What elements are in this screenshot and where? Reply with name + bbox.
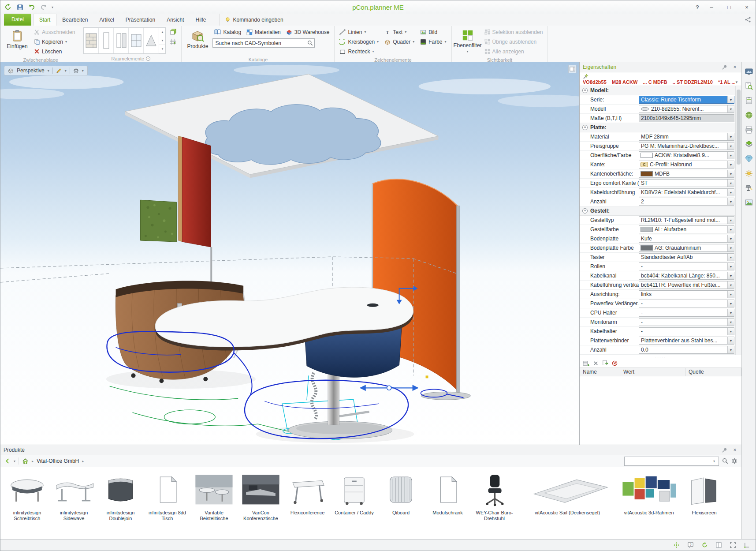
property-value-dropdown[interactable]: -▼ xyxy=(639,300,734,307)
products-search-input[interactable] xyxy=(625,458,710,464)
viewport-3d[interactable]: Perspektive ▾ ▾ ▾ xyxy=(0,62,579,445)
tab-präsentation[interactable]: Präsentation xyxy=(120,14,161,26)
property-value-dropdown[interactable]: ACKW: Kristallweiß 9...▼ xyxy=(639,151,734,159)
rectangle-dropdown-icon[interactable]: ▾ xyxy=(372,49,374,53)
dropdown-arrow-icon[interactable]: ▼ xyxy=(727,291,734,298)
products-settings-icon[interactable] xyxy=(731,458,737,464)
window-tile[interactable] xyxy=(129,28,144,53)
dropdown-arrow-icon[interactable]: ▼ xyxy=(727,142,734,150)
print-icon[interactable] xyxy=(744,125,754,135)
background-image-icon[interactable] xyxy=(744,198,754,207)
gallery-up-icon[interactable]: ▲ xyxy=(159,28,165,36)
dropdown-arrow-icon[interactable]: ▼ xyxy=(727,180,734,187)
wall-segment-tile[interactable] xyxy=(114,28,129,53)
box-button[interactable]: Quader▾ xyxy=(383,37,416,46)
render-style-dropdown-icon[interactable]: ▾ xyxy=(65,69,67,73)
cad-symbol-search-input[interactable] xyxy=(213,40,305,46)
quickbar-dropdown-icon[interactable]: ▾ xyxy=(52,5,53,9)
delete-button[interactable]: Löschen xyxy=(32,47,77,56)
close-panel-icon[interactable]: × xyxy=(731,64,738,70)
product-item[interactable]: Modulschrank xyxy=(426,470,469,516)
section-collapse-icon[interactable]: ^ xyxy=(582,208,588,214)
dropdown-arrow-icon[interactable]: ▼ xyxy=(727,152,734,159)
property-value-dropdown[interactable]: Standardtaster Auf/Ab▼ xyxy=(639,253,734,261)
product-item[interactable]: Flexiscreen xyxy=(683,470,726,516)
web-globe-icon[interactable] xyxy=(744,110,754,120)
add-property-icon[interactable] xyxy=(583,360,589,367)
sync-icon[interactable] xyxy=(700,541,709,550)
render-style-icon[interactable] xyxy=(56,68,62,74)
refresh-icon[interactable] xyxy=(4,3,12,11)
tab-artikel[interactable]: Artikel xyxy=(93,14,119,26)
dropdown-arrow-icon[interactable]: ▼ xyxy=(727,300,734,307)
lines-button[interactable]: Linien▾ xyxy=(338,27,380,37)
catalog-button[interactable]: Katalog xyxy=(212,27,243,37)
grid-toggle-icon[interactable] xyxy=(714,541,723,550)
artificial-light-icon[interactable] xyxy=(744,183,754,193)
property-value-dropdown[interactable]: 210-8d2b55: Nierenf...▼ xyxy=(639,105,734,113)
layer-filter-button[interactable]: Ebenenfilter ▾ xyxy=(455,27,480,56)
paste-button[interactable]: Einfügen xyxy=(4,27,30,56)
viewport-layout-button[interactable] xyxy=(568,65,577,73)
dropdown-arrow-icon[interactable]: ▼ xyxy=(727,328,734,335)
close-button[interactable]: × xyxy=(741,4,752,11)
hide-others-button[interactable]: Übrige ausblenden xyxy=(483,37,545,46)
tab-hilfe[interactable]: Hilfe xyxy=(190,14,212,26)
copy-button[interactable]: Kopieren ▾ xyxy=(32,37,77,46)
products-search-icon[interactable] xyxy=(722,458,728,464)
dropdown-arrow-icon[interactable]: ▼ xyxy=(727,244,734,251)
property-value-dropdown[interactable]: -▼ xyxy=(639,309,734,317)
redo-icon[interactable] xyxy=(40,3,48,11)
back-icon[interactable] xyxy=(4,458,11,464)
article-list-icon[interactable] xyxy=(744,96,754,105)
color-dropdown-icon[interactable]: ▾ xyxy=(445,40,447,44)
dropdown-arrow-icon[interactable]: ▼ xyxy=(727,319,734,326)
product-item[interactable]: vitAcoustic Sail (Deckensegel) xyxy=(520,470,615,516)
render-gallery-icon[interactable] xyxy=(744,67,754,76)
material-diamond-icon[interactable] xyxy=(744,154,754,164)
article-wand-icon[interactable] xyxy=(583,74,738,79)
warehouse-button[interactable]: 3D Warehouse xyxy=(284,27,331,37)
roof-tile[interactable] xyxy=(144,28,159,53)
property-value-dropdown[interactable]: MDF 28mm▼ xyxy=(639,133,734,141)
tab-bearbeiten[interactable]: Bearbeiten xyxy=(56,14,93,26)
grid-settings-button[interactable] xyxy=(168,37,178,46)
property-value-dropdown[interactable]: -▼ xyxy=(639,318,734,326)
tab-start[interactable]: Start xyxy=(33,14,56,26)
dropdown-arrow-icon[interactable]: ▼ xyxy=(727,217,734,224)
camera-dropdown-icon[interactable]: ▾ xyxy=(48,69,49,73)
layers-icon[interactable] xyxy=(744,139,754,149)
box-dropdown-icon[interactable]: ▾ xyxy=(413,40,414,44)
property-value-field[interactable]: 2100x1049x645-1295mm xyxy=(639,114,734,122)
lines-dropdown-icon[interactable]: ▾ xyxy=(364,30,366,34)
properties-scrollbar[interactable] xyxy=(737,90,741,165)
camera-mode-label[interactable]: Perspektive xyxy=(17,67,45,74)
products-search-dropdown-icon[interactable]: ▾ xyxy=(710,459,719,463)
layer-filter-dropdown-icon[interactable]: ▾ xyxy=(467,50,469,54)
property-value-dropdown[interactable]: -▼ xyxy=(639,262,734,270)
viewport-settings-icon[interactable] xyxy=(73,68,79,74)
dropdown-arrow-icon[interactable]: ▼ xyxy=(727,170,734,177)
feedback-help-icon[interactable]: ? xyxy=(686,541,695,550)
axes-icon[interactable] xyxy=(742,541,751,550)
wall-tile[interactable] xyxy=(99,28,114,53)
dropdown-arrow-icon[interactable]: ▼ xyxy=(727,309,734,316)
home-icon[interactable] xyxy=(22,458,29,465)
section-collapse-icon[interactable]: ^ xyxy=(582,88,588,93)
product-item[interactable]: Container / Caddy xyxy=(333,470,376,516)
text-button[interactable]: TText▾ xyxy=(383,27,416,37)
property-value-dropdown[interactable]: bcb404: Kabelkanal Länge: 850...▼ xyxy=(639,272,734,280)
property-value-dropdown[interactable]: Classic: Runde Tischform▼ xyxy=(639,96,734,104)
arc-button[interactable]: Kreisbogen▾ xyxy=(338,37,380,46)
product-item[interactable]: infinitydesign Sidewave xyxy=(52,470,95,521)
room-planner-button[interactable] xyxy=(168,27,178,37)
column-quelle[interactable]: Quelle xyxy=(685,368,741,376)
save-icon[interactable] xyxy=(16,3,24,11)
property-value-dropdown[interactable]: 2▼ xyxy=(639,198,734,206)
property-value-dropdown[interactable]: Kufe▼ xyxy=(639,235,734,243)
dropdown-arrow-icon[interactable]: ▼ xyxy=(727,133,734,140)
products-close-icon[interactable]: × xyxy=(731,447,738,453)
pin-icon[interactable] xyxy=(721,64,728,70)
property-value-dropdown[interactable]: PG M: Melaminharz-Direktbesc...▼ xyxy=(639,142,734,150)
section-collapse-icon[interactable]: ^ xyxy=(582,125,588,130)
